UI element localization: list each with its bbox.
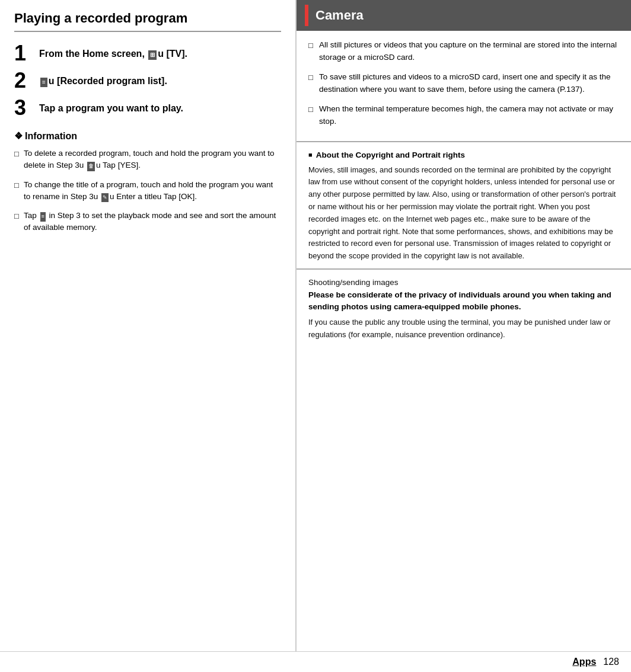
info-item-3-text: Tap ≡ in Step 3 to set the playback mode…	[24, 210, 281, 234]
footer: Apps 128	[0, 651, 631, 672]
shooting-bold: Please be considerate of the privacy of …	[308, 289, 619, 313]
camera-bullet-3: □ When the terminal temperature becomes …	[308, 103, 619, 128]
camera-bullet-2: □ To save still pictures and videos to a…	[308, 71, 619, 96]
step-number-1: 1	[14, 43, 31, 64]
camera-header: Camera	[297, 0, 631, 31]
info-item-2-text: To change the title of a program, touch …	[24, 179, 281, 203]
footer-apps-label: Apps	[572, 657, 596, 667]
bullet-sym-2: □	[308, 72, 319, 84]
step-1: 1 From the Home screen, ⊞u [TV].	[14, 43, 281, 64]
copyright-section: About the Copyright and Portrait rights …	[297, 142, 631, 270]
info-bullet-2: □	[14, 180, 24, 191]
info-title: Information	[14, 130, 281, 142]
home-icon: ⊞	[148, 50, 157, 60]
step-2-text: ≡u [Recorded program list].	[39, 70, 167, 88]
bullet-sym-1: □	[308, 40, 319, 52]
camera-title: Camera	[316, 8, 364, 23]
shooting-title: Shooting/sending images	[308, 278, 619, 287]
step-2: 2 ≡u [Recorded program list].	[14, 70, 281, 91]
shooting-text: If you cause the public any trouble usin…	[308, 316, 619, 341]
left-title: Playing a recorded program	[14, 11, 281, 32]
camera-bullet-1: □ All still pictures or videos that you …	[308, 39, 619, 64]
step-3: 3 Tap a program you want to play.	[14, 97, 281, 119]
camera-bullet-2-text: To save still pictures and videos to a m…	[319, 71, 619, 96]
info-bullet-1: □	[14, 148, 24, 160]
info-item-1-text: To delete a recorded program, touch and …	[24, 148, 281, 172]
camera-bullet-1-text: All still pictures or videos that you ca…	[319, 39, 619, 64]
camera-bullets: □ All still pictures or videos that you …	[297, 31, 631, 142]
rename-icon: ✎	[101, 193, 109, 203]
info-section: Information □ To delete a recorded progr…	[14, 130, 281, 241]
footer-page-number: 128	[603, 657, 619, 667]
left-column: Playing a recorded program 1 From the Ho…	[0, 0, 297, 651]
camera-header-bar	[305, 5, 308, 26]
info-bullet-3: □	[14, 210, 24, 222]
shooting-section: Shooting/sending images Please be consid…	[297, 270, 631, 347]
menu-icon: ≡	[40, 78, 47, 87]
info-item-1: □ To delete a recorded program, touch an…	[14, 148, 281, 172]
info-item-2: □ To change the title of a program, touc…	[14, 179, 281, 203]
step-number-3: 3	[14, 97, 31, 119]
copyright-text: Movies, still images, and sounds recorde…	[308, 164, 619, 263]
right-column: Camera □ All still pictures or videos th…	[297, 0, 631, 651]
copyright-title: About the Copyright and Portrait rights	[308, 151, 619, 159]
step-3-text: Tap a program you want to play.	[39, 97, 183, 115]
camera-bullet-3-text: When the terminal temperature becomes hi…	[319, 103, 619, 128]
bullet-sym-3: □	[308, 104, 319, 116]
info-item-3: □ Tap ≡ in Step 3 to set the playback mo…	[14, 210, 281, 234]
delete-icon: 🗑	[87, 162, 95, 171]
settings-icon: ≡	[40, 212, 46, 222]
step-number-2: 2	[14, 70, 31, 91]
step-1-text: From the Home screen, ⊞u [TV].	[39, 43, 187, 60]
